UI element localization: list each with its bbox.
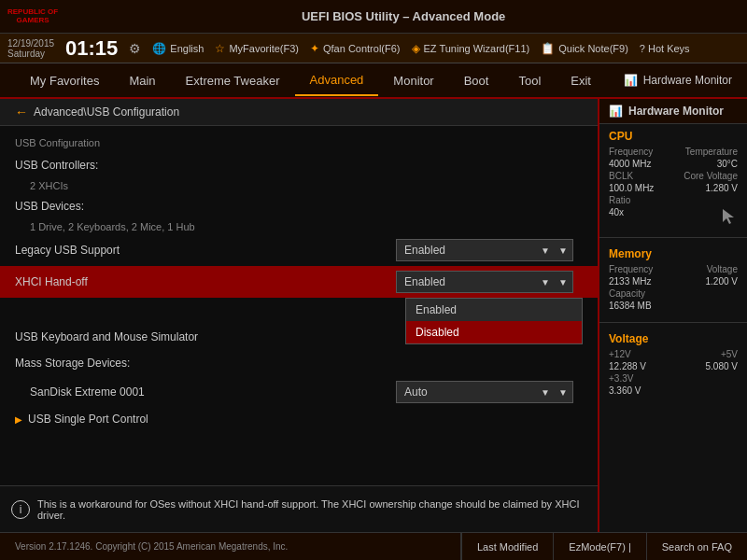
usb-single-port-item[interactable]: ▶ USB Single Port Control [15,408,583,430]
cpu-freq-row: Frequency Temperature [609,147,738,157]
cpu-freq-value: 4000 MHz [609,159,652,169]
cpu-temp-value: 30°C [717,159,738,169]
dropdown-option-disabled[interactable]: Disabled [406,321,582,343]
info-bar: i This is a workaround for OSes without … [0,485,598,532]
nav-tool[interactable]: Tool [503,66,556,95]
mem-volt-label: Voltage [707,264,738,274]
hw-monitor-header: 📊 Hardware Monitor [599,99,747,124]
breadcrumb: ← Advanced\USB Configuration [0,99,598,126]
cursor-decoration [719,207,738,226]
mem-cap-row: Capacity [609,288,738,299]
volt-12-label: +12V [609,349,631,359]
xhci-handoff-dropdown[interactable]: Enabled ▼ [396,271,573,293]
sandisk-label: SanDisk Extreme 0001 [15,385,396,399]
day: Saturday [7,49,54,59]
usb-single-port-label: USB Single Port Control [28,413,148,426]
cpu-bclk-label: BCLK [609,171,633,181]
hw-monitor-icon: 📊 [624,74,638,87]
mem-freq-row: Frequency Voltage [609,264,738,274]
back-arrow-icon[interactable]: ← [15,105,28,119]
volt-5-value: 5.080 V [706,361,738,371]
memory-title: Memory [609,247,738,260]
cursor-icon [721,207,736,226]
volt-5-label: +5V [721,349,738,359]
legacy-usb-arrow-icon: ▼ [541,245,550,256]
language-button[interactable]: 🌐 English [152,42,204,55]
volt-12-value: 12.288 V [609,361,646,371]
sandisk-arrow-icon: ▼ [541,387,550,398]
content-area: ← Advanced\USB Configuration USB Configu… [0,99,598,532]
note-icon: 📋 [541,42,555,55]
collapse-icon: ▶ [15,414,22,425]
clock: 01:15 [65,36,118,61]
hw-monitor-label[interactable]: Hardware Monitor [643,74,732,87]
volt-33-value: 3.360 V [609,385,641,396]
legacy-usb-dropdown[interactable]: Enabled ▼ [396,239,573,261]
divider-2 [599,322,747,323]
sandisk-dropdown-wrapper: Auto ▼ [396,381,583,403]
config-area: USB Configuration USB Controllers: 2 XHC… [0,126,598,485]
myfavorite-button[interactable]: ☆ MyFavorite(F3) [215,42,299,55]
legacy-usb-select[interactable]: Enabled ▼ [396,239,573,261]
cpu-freq-val-row: 4000 MHz 30°C [609,159,738,169]
cpu-bclk-val-row: 100.0 MHz 1.280 V [609,183,738,193]
sandisk-select[interactable]: Auto ▼ [396,381,573,403]
xhci-handoff-arrow-icon: ▼ [541,277,550,287]
mem-freq-label: Frequency [609,264,653,274]
hotkeys-label: ? Hot Keys [640,43,690,54]
ez-mode-button[interactable]: EzMode(F7) | [553,533,645,561]
info-icon: i [11,500,30,519]
ez-tuning-button[interactable]: ◈ EZ Tuning Wizard(F11) [412,42,530,55]
cpu-bclk-value: 100.0 MHz [609,183,654,193]
search-faq-button[interactable]: Search on FAQ [646,533,747,561]
nav-advanced[interactable]: Advanced [295,65,379,96]
svg-marker-0 [723,209,734,224]
dropdown-option-enabled[interactable]: Enabled [406,299,582,321]
nav-extreme-tweaker[interactable]: Extreme Tweaker [171,66,295,95]
nav-my-favorites[interactable]: My Favorites [15,66,114,95]
sandisk-dropdown[interactable]: Auto ▼ [396,381,573,403]
nav-monitor[interactable]: Monitor [378,66,448,95]
nav-main[interactable]: Main [114,66,170,95]
nav-boot[interactable]: Boot [449,66,504,95]
logo-line2: GAMERS [17,17,49,25]
legacy-usb-value: Enabled [404,244,445,257]
right-panel: 📊 Hardware Monitor CPU Frequency Tempera… [598,99,747,532]
usb-controllers-label: USB Controllers: [15,159,583,172]
hw-monitor-nav: 📊 Hardware Monitor [624,74,732,87]
note-label: Quick Note(F9) [558,43,628,54]
bios-title: UEFI BIOS Utility – Advanced Mode [67,9,740,23]
mem-freq-val-row: 2133 MHz 1.200 V [609,276,738,287]
qfan-button[interactable]: ✦ Qfan Control(F6) [310,42,401,55]
top-toolbar: 12/19/2015 Saturday 01:15 ⚙ 🌐 English ☆ … [0,34,747,63]
main-layout: ← Advanced\USB Configuration USB Configu… [0,99,747,532]
voltage-title: Voltage [609,332,738,345]
quick-note-button[interactable]: 📋 Quick Note(F9) [541,42,628,55]
volt-33-label: +3.3V [609,373,633,384]
cpu-ratio-val-row: 40x [609,207,738,226]
cpu-ratio-row: Ratio [609,195,738,205]
hw-monitor-header-icon: 📊 [609,105,623,118]
usb-controllers-row: USB Controllers: [15,152,583,178]
fav-label: MyFavorite(F3) [229,43,299,54]
gear-icon[interactable]: ⚙ [129,41,141,56]
hot-keys-button[interactable]: ? Hot Keys [640,43,690,54]
mem-cap-value: 16384 MB [609,301,652,311]
xhci-handoff-select[interactable]: Enabled ▼ [396,271,573,293]
cpu-section: CPU Frequency Temperature 4000 MHz 30°C … [599,124,747,233]
mass-storage-label: Mass Storage Devices: [15,357,583,370]
lang-icon: 🌐 [152,42,166,55]
mem-volt-value: 1.200 V [706,276,738,287]
ez-label: EZ Tuning Wizard(F11) [424,43,530,54]
logo: REPUBLIC OF GAMERS [7,8,58,25]
legacy-usb-row: Legacy USB Support Enabled ▼ [15,234,583,266]
ez-icon: ◈ [412,42,420,55]
nav-bar: My Favorites Main Extreme Tweaker Advanc… [0,63,747,99]
xhci-handoff-row: XHCI Hand-off Enabled ▼ [0,266,598,298]
volt-12-row: +12V +5V [609,349,738,359]
xhci-handoff-dropdown-wrapper: Enabled ▼ [396,271,583,293]
last-modified-button[interactable]: Last Modified [461,533,553,561]
nav-exit[interactable]: Exit [556,66,606,95]
usb-devices-row: USB Devices: [15,193,583,219]
sandisk-value: Auto [404,385,428,399]
